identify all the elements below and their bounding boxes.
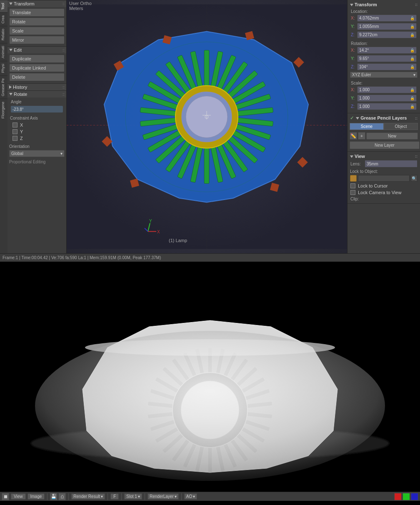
render-area: ◼ View Image 💾 ⎙ Render Result ▾ F Slot …	[0, 262, 420, 501]
rot-x-label: X:	[351, 48, 357, 52]
add-layer-icon[interactable]: +	[358, 132, 365, 140]
lens-value-input[interactable]: 35mm	[365, 160, 417, 167]
rotation-mode-value: XYZ Euler	[352, 72, 371, 77]
scale-y-lock-icon[interactable]: 🔒	[410, 96, 415, 100]
history-title: History	[13, 85, 27, 90]
translate-button[interactable]: Translate	[9, 8, 65, 17]
transform-title: Transform	[14, 1, 35, 6]
sidebar-tab-physi[interactable]: Physi	[0, 61, 8, 75]
slot-arrow: ▾	[138, 494, 140, 499]
location-z-input[interactable]: 9.2272cm 🔒	[357, 31, 417, 38]
render-mode-icon[interactable]: ◼	[2, 493, 9, 500]
render-result-selector[interactable]: Render Result ▾	[71, 493, 105, 500]
scene-tab[interactable]: Scene	[350, 123, 384, 130]
lens-label: Lens:	[350, 162, 365, 166]
lock-object-input[interactable]	[358, 175, 410, 182]
duplicate-linked-button[interactable]: Duplicate Linked	[9, 64, 65, 72]
location-label: Location:	[350, 9, 418, 14]
viewport-3d[interactable]: User Ortho Meters	[67, 0, 347, 253]
constraint-axis-section: Constraint Axis X Y Z	[8, 115, 66, 143]
loc-y-label: Y:	[351, 24, 357, 29]
loc-y-lock-icon[interactable]: 🔒	[410, 25, 415, 29]
lock-cursor-checkbox[interactable]	[350, 183, 355, 188]
sidebar-tab-crea[interactable]: Crea	[0, 12, 8, 26]
slot-selector[interactable]: Slot 1 ▾	[124, 493, 142, 500]
delete-button[interactable]: Delete	[9, 73, 65, 81]
rot-z-lock-icon[interactable]: 🔒	[410, 65, 415, 69]
color-remove-icon[interactable]	[394, 493, 402, 500]
save-copy-icon[interactable]: ⎙	[58, 493, 66, 500]
scale-z-value: 1.000	[359, 104, 370, 109]
duplicate-button[interactable]: Duplicate	[9, 55, 65, 63]
ao-arrow: ▾	[193, 494, 195, 499]
axis-y-row: Y	[10, 128, 64, 135]
search-icon[interactable]: 🔍	[411, 175, 418, 182]
view-panel: View :: Lens: 35mm Lock to Object: 🔍	[348, 152, 420, 204]
mirror-button[interactable]: Mirror	[9, 36, 65, 44]
scale-y-input[interactable]: 1.000 🔒	[357, 95, 417, 102]
edit-section-header[interactable]: Edit ::	[8, 46, 66, 53]
rot-x-lock-icon[interactable]: 🔒	[410, 48, 415, 52]
view-title: View	[355, 154, 365, 159]
rotation-z-input[interactable]: 104° 🔒	[357, 63, 417, 70]
angle-value-input[interactable]: -23.8°	[11, 106, 63, 112]
scale-y-value: 1.000	[359, 96, 370, 100]
rotate-button[interactable]: Rotate	[9, 18, 65, 26]
sidebar-tab-tool[interactable]: Tool	[0, 0, 8, 12]
scale-x-value: 1.000	[359, 88, 370, 92]
orientation-dropdown[interactable]: Global ▾	[9, 150, 65, 157]
history-section-header[interactable]: History ::	[8, 83, 66, 90]
ao-selector[interactable]: AO ▾	[184, 493, 197, 500]
loc-z-lock-icon[interactable]: 🔒	[410, 33, 415, 37]
axis-x-checkbox[interactable]	[12, 122, 18, 128]
status-text: Frame:1 | Time:00:04.42 | Ve:706 fa:590 …	[2, 255, 161, 260]
location-x-input[interactable]: 4.0762mm 🔒	[357, 15, 417, 22]
svg-point-91	[35, 331, 385, 481]
location-y-input[interactable]: 1.0055mm 🔒	[357, 23, 417, 30]
sidebar-tab-floorg[interactable]: Floorgene	[0, 99, 8, 121]
loc-x-lock-icon[interactable]: 🔒	[410, 16, 415, 20]
object-tab[interactable]: Object	[384, 123, 418, 130]
pencil-icon[interactable]: ✏️	[350, 132, 357, 140]
sidebar-tab-relatio[interactable]: Relatio	[0, 26, 8, 43]
rot-y-lock-icon[interactable]: 🔒	[410, 57, 415, 61]
constraint-axis-label: Constraint Axis	[10, 116, 64, 120]
grease-pencil-header: ✓ Grease Pencil Layers ::	[349, 115, 419, 122]
rotation-y-input[interactable]: 9.65° 🔒	[357, 55, 417, 62]
rotation-x-input[interactable]: 14.2° 🔒	[357, 47, 417, 54]
new-layer-button[interactable]: New Layer	[350, 141, 420, 149]
new-button[interactable]: New	[366, 132, 418, 140]
sidebar-tab-grease[interactable]: Grease Pe	[0, 75, 8, 99]
render-view-button[interactable]: View	[11, 493, 26, 500]
axis-y-checkbox[interactable]	[12, 129, 18, 134]
axis-z-checkbox[interactable]	[12, 136, 18, 141]
scale-z-lock-icon[interactable]: 🔒	[410, 105, 415, 109]
save-icon[interactable]: 💾	[50, 493, 58, 500]
render-viewport[interactable]	[0, 262, 420, 492]
scale-x-input[interactable]: 1.000 🔒	[357, 86, 417, 93]
render-layer-selector[interactable]: RenderLayer ▾	[148, 493, 179, 500]
loc-z-label: Z:	[351, 32, 357, 37]
axis-x-label: X	[20, 122, 23, 128]
lock-camera-checkbox[interactable]	[350, 190, 355, 195]
color-ok-icon[interactable]	[402, 493, 410, 500]
color-blue-icon[interactable]	[411, 493, 418, 500]
f-button[interactable]: F	[110, 493, 119, 500]
sidebar-tab-animati[interactable]: Animati	[0, 43, 8, 61]
scale-z-input[interactable]: 1.000 🔒	[357, 103, 417, 110]
transform-panel-title: Transform	[355, 2, 377, 7]
grease-tool-icons: ✏️ +	[350, 132, 365, 140]
scale-x-lock-icon[interactable]: 🔒	[410, 88, 415, 92]
transform-buttons: Translate Rotate Scale Mirror	[8, 7, 66, 46]
scale-button[interactable]: Scale	[9, 27, 65, 35]
render-toolbar: ◼ View Image 💾 ⎙ Render Result ▾ F Slot …	[0, 492, 420, 501]
view-panel-dots: ::	[415, 154, 418, 158]
viewport-canvas[interactable]: X Y (1) Lamp	[67, 0, 347, 253]
rotate-section-header[interactable]: Rotate ::	[8, 90, 66, 98]
render-layer-label: RenderLayer	[150, 494, 174, 499]
render-image-button[interactable]: Image	[28, 493, 45, 500]
transform-section-header[interactable]: Transform ::	[8, 0, 66, 7]
scale-x-row: X: 1.000 🔒	[350, 86, 418, 94]
render-layer-arrow: ▾	[175, 494, 177, 499]
rotation-mode-dropdown[interactable]: XYZ Euler ▾	[350, 72, 418, 78]
